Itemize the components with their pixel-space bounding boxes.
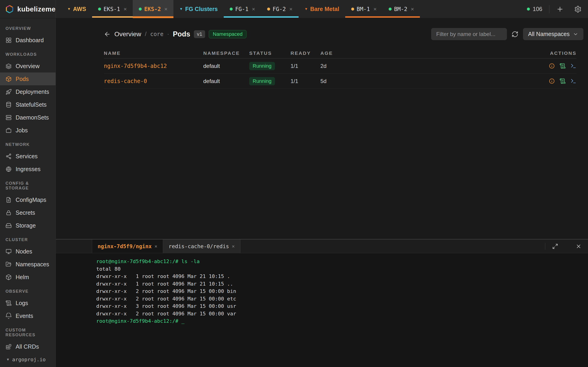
tab-underline — [92, 16, 133, 18]
exec-icon — [570, 78, 577, 84]
lock-icon — [6, 210, 12, 216]
sidebar-item-all-crds[interactable]: All CRDs — [0, 340, 56, 353]
sidebar-item-pods[interactable]: Pods — [0, 73, 56, 85]
file-icon — [6, 197, 12, 203]
sidebar-item-deployments[interactable]: Deployments — [0, 85, 56, 98]
sidebar-item-helm[interactable]: Helm — [0, 271, 56, 284]
tab-underline — [224, 16, 261, 18]
status-badge: Running — [249, 77, 275, 85]
sidebar-item-label: Helm — [16, 274, 29, 281]
sidebar-item-label: Logs — [16, 300, 28, 307]
cluster-status-dot — [351, 8, 354, 10]
sidebar-item-label: Namespaces — [16, 261, 49, 268]
sidebar-item-namespaces[interactable]: Namespaces — [0, 258, 56, 271]
collapse-arrow-icon: ▼ — [7, 357, 9, 361]
sidebar-item-secrets[interactable]: Secrets — [0, 206, 56, 219]
tab-cluster-label: BM-2 — [394, 6, 407, 12]
tab-group-aws[interactable]: ▼AWS — [63, 0, 91, 18]
sidebar-section-observe: OBSERVE — [0, 284, 56, 297]
page-title: Pods — [173, 30, 190, 38]
terminal-tab-label: nginx-7d5f9/nginx — [98, 243, 152, 249]
pod-name-link[interactable]: nginx-7d5f9b4-abc12 — [104, 63, 203, 69]
pod-actions — [528, 78, 577, 84]
terminal-tab-redis-cache-0-redis[interactable]: redis-cache-0/redis× — [163, 240, 241, 253]
tab-close-icon[interactable]: × — [373, 6, 377, 12]
sidebar-item-application[interactable]: Application — [0, 366, 56, 367]
settings-button[interactable] — [574, 6, 582, 13]
tab-underline — [345, 16, 383, 18]
sidebar-item-events[interactable]: Events — [0, 309, 56, 322]
terminal-tab-close-icon[interactable]: × — [232, 244, 235, 249]
layers-icon — [6, 63, 12, 69]
api-version-badge: v1 — [194, 30, 205, 38]
pod-exec-button[interactable] — [570, 63, 577, 69]
sidebar-item-configmaps[interactable]: ConfigMaps — [0, 193, 56, 206]
tab-cluster-fg-2[interactable]: FG-2× — [261, 0, 299, 18]
add-cluster-button[interactable] — [556, 6, 564, 13]
terminal-tab-close-icon[interactable]: × — [154, 244, 157, 249]
tab-cluster-bm-1[interactable]: BM-1× — [345, 0, 383, 18]
pod-info-button[interactable] — [549, 78, 555, 84]
back-button[interactable] — [104, 31, 111, 38]
rocket-icon — [6, 89, 12, 95]
sidebar-item-overview[interactable]: Overview — [0, 60, 56, 73]
sidebar-nav: OVERVIEWDashboardWORKLOADSOverviewPodsDe… — [0, 18, 56, 367]
tab-cluster-bm-2[interactable]: BM-2× — [383, 0, 420, 18]
breadcrumb-dot: · — [167, 31, 169, 38]
pod-name-link[interactable]: redis-cache-0 — [104, 78, 203, 84]
namespace-dropdown[interactable]: All Namespaces — [523, 28, 583, 40]
tab-close-icon[interactable]: × — [411, 6, 414, 12]
tab-close-icon[interactable]: × — [164, 6, 167, 12]
pod-namespace: default — [203, 63, 249, 69]
folder-icon — [6, 261, 12, 267]
pod-logs-button[interactable] — [560, 63, 566, 69]
tab-cluster-fg-1[interactable]: FG-1× — [224, 0, 261, 18]
tab-group-bare-metal[interactable]: ▼Bare Metal — [300, 0, 344, 18]
tab-cluster-eks-1[interactable]: EKS-1× — [92, 0, 133, 18]
breadcrumb-overview-link[interactable]: Overview — [114, 31, 141, 38]
header-controls: All Namespaces — [431, 28, 583, 40]
sidebar-item-argoproj-io[interactable]: ▼argoproj.io — [0, 353, 56, 366]
breadcrumb-api-group: core — [150, 31, 164, 37]
terminal-prompt: root@nginx-7d5f9b4-abc12:/# — [96, 259, 179, 264]
sidebar-item-jobs[interactable]: Jobs — [0, 124, 56, 137]
tab-cluster-eks-2[interactable]: EKS-2× — [133, 0, 173, 18]
tab-group-fg-clusters[interactable]: ▼FG Clusters — [175, 0, 222, 18]
sidebar-item-label: Deployments — [16, 89, 49, 95]
tab-close-icon[interactable]: × — [289, 6, 293, 12]
terminal-line: drwxr-xr-x 3 root root 4096 Mar 15 00:00… — [96, 302, 581, 310]
filter-input[interactable] — [431, 28, 507, 40]
sidebar-item-label: Pods — [16, 76, 29, 82]
tab-group-label: AWS — [73, 6, 86, 12]
pod-namespace: default — [203, 78, 249, 84]
pod-exec-button[interactable] — [570, 78, 577, 84]
terminal-tabbar: nginx-7d5f9/nginx×redis-cache-0/redis× — [56, 240, 588, 253]
pod-info-button[interactable] — [549, 63, 555, 69]
terminal-tab-nginx-7d5f9-nginx[interactable]: nginx-7d5f9/nginx× — [92, 240, 163, 253]
pod-logs-button[interactable] — [560, 78, 566, 84]
sidebar-item-logs[interactable]: Logs — [0, 297, 56, 309]
sidebar-item-services[interactable]: Services — [0, 150, 56, 163]
sidebar-item-statefulsets[interactable]: StatefulSets — [0, 98, 56, 111]
terminal-expand-button[interactable] — [552, 243, 558, 249]
table-row-nginx-7d5f9b4-abc12[interactable]: nginx-7d5f9b4-abc12defaultRunning1/12d — [104, 58, 577, 74]
terminal-output[interactable]: root@nginx-7d5f9b4-abc12:/# ls -latotal … — [56, 253, 588, 325]
tab-close-icon[interactable]: × — [252, 6, 255, 12]
sidebar-item-label: Overview — [16, 63, 40, 69]
table-row-redis-cache-0[interactable]: redis-cache-0defaultRunning1/15d — [104, 74, 577, 89]
counter-value: 106 — [533, 6, 542, 12]
sidebar-item-daemonsets[interactable]: DaemonSets — [0, 111, 56, 124]
pod-ready: 1/1 — [291, 78, 320, 84]
terminal-line: root@nginx-7d5f9b4-abc12:/# ls -la — [96, 258, 581, 265]
sidebar-item-nodes[interactable]: Nodes — [0, 245, 56, 258]
sidebar-item-ingresses[interactable]: Ingresses — [0, 163, 56, 175]
cluster-counter: 106 — [527, 6, 542, 12]
sidebar-item-storage[interactable]: Storage — [0, 219, 56, 232]
sidebar-item-dashboard[interactable]: Dashboard — [0, 34, 56, 47]
tab-group-label: FG Clusters — [185, 6, 218, 12]
tab-close-icon[interactable]: × — [124, 6, 127, 12]
gear-icon — [574, 6, 582, 13]
refresh-button[interactable] — [511, 31, 519, 38]
terminal-close-button[interactable] — [576, 243, 582, 249]
sidebar-item-label: DaemonSets — [16, 114, 49, 121]
